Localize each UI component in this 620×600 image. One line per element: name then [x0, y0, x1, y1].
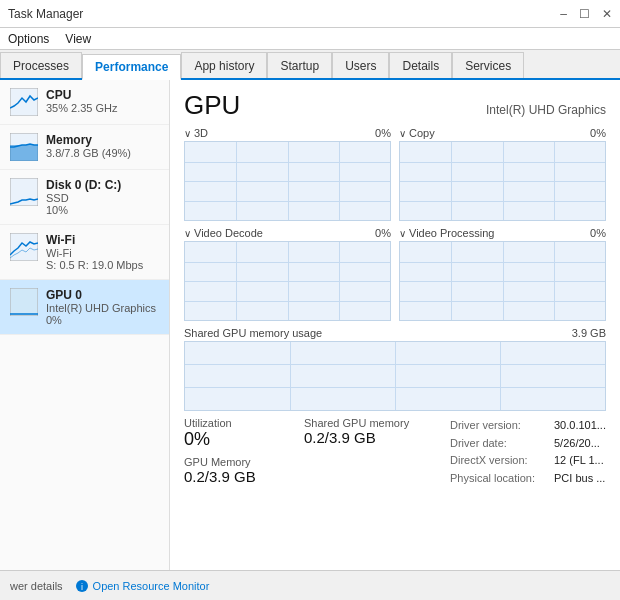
gpu-chart-copy: ∨ Copy 0%: [399, 127, 606, 221]
menu-bar: Options View: [0, 28, 620, 50]
gpu-info: GPU 0 Intel(R) UHD Graphics 0%: [46, 288, 159, 326]
svg-rect-4: [10, 233, 38, 261]
cpu-title: CPU: [46, 88, 159, 102]
cpu-info: CPU 35% 2.35 GHz: [46, 88, 159, 114]
bottom-bar: wer details i Open Resource Monitor: [0, 570, 620, 600]
sidebar: CPU 35% 2.35 GHz Memory 3.8/7.8 GB (49%): [0, 80, 170, 570]
chevron-icon-copy: ∨: [399, 128, 406, 139]
svg-rect-5: [10, 288, 38, 316]
gpu-panel: GPU Intel(R) UHD Graphics ∨ 3D 0%: [170, 80, 620, 570]
tab-processes[interactable]: Processes: [0, 52, 82, 78]
directx-value: 12 (FL 1...: [554, 452, 604, 470]
gpu-chart-icon: [10, 288, 38, 316]
directx-label: DirectX version:: [450, 452, 550, 470]
tab-details[interactable]: Details: [389, 52, 452, 78]
tab-app-history[interactable]: App history: [181, 52, 267, 78]
gpu-chart-vd-name: Video Decode: [194, 227, 263, 239]
gpu-chart-vd-value: 0%: [375, 227, 391, 239]
stats-and-driver: Utilization 0% Shared GPU memory 0.2/3.9…: [184, 417, 606, 487]
shared-mem-max: 3.9 GB: [572, 327, 606, 339]
wifi-name: Wi-Fi: [46, 247, 159, 259]
disk-chart-icon: [10, 178, 38, 206]
disk-info: Disk 0 (D: C:) SSD 10%: [46, 178, 159, 216]
gpu-mem-value: 0.2/3.9 GB: [184, 468, 440, 485]
gpu-chart-video-decode: ∨ Video Decode 0%: [184, 227, 391, 321]
gpu-chart-vd-label: ∨ Video Decode 0%: [184, 227, 391, 239]
sidebar-item-memory[interactable]: Memory 3.8/7.8 GB (49%): [0, 125, 169, 170]
grid-line: [236, 242, 237, 320]
svg-rect-3: [10, 178, 38, 206]
minimize-button[interactable]: –: [560, 7, 567, 21]
driver-version-value: 30.0.101...: [554, 417, 606, 435]
stats-section: Utilization 0% Shared GPU memory 0.2/3.9…: [184, 417, 440, 487]
tab-services[interactable]: Services: [452, 52, 524, 78]
title-bar: Task Manager – ☐ ✕: [0, 0, 620, 28]
sidebar-item-cpu[interactable]: CPU 35% 2.35 GHz: [0, 80, 169, 125]
gpu-chart-vp-value: 0%: [590, 227, 606, 239]
sidebar-item-wifi[interactable]: Wi-Fi Wi-Fi S: 0.5 R: 19.0 Mbps: [0, 225, 169, 280]
chart-grid: [400, 242, 605, 320]
tab-users[interactable]: Users: [332, 52, 389, 78]
disk-title: Disk 0 (D: C:): [46, 178, 159, 192]
shared-gpu-mem-label: Shared GPU memory: [304, 417, 409, 429]
gpu-usage-sub: 0%: [46, 314, 159, 326]
grid-line: [395, 342, 396, 410]
open-resource-monitor-link[interactable]: i Open Resource Monitor: [75, 579, 210, 593]
menu-view[interactable]: View: [65, 32, 91, 46]
utilization-value: 0%: [184, 429, 284, 450]
gpu-chart-copy-label: ∨ Copy 0%: [399, 127, 606, 139]
gpu-chart-vp-label: ∨ Video Processing 0%: [399, 227, 606, 239]
grid-line: [339, 142, 340, 220]
physical-location-value: PCI bus ...: [554, 470, 605, 488]
maximize-button[interactable]: ☐: [579, 7, 590, 21]
chevron-icon-vp: ∨: [399, 228, 406, 239]
shared-gpu-memory-stat: Shared GPU memory 0.2/3.9 GB: [304, 417, 409, 450]
main-content: CPU 35% 2.35 GHz Memory 3.8/7.8 GB (49%): [0, 80, 620, 570]
driver-date-label: Driver date:: [450, 435, 550, 453]
chevron-icon-3d: ∨: [184, 128, 191, 139]
physical-location-row: Physical location: PCI bus ...: [450, 470, 606, 488]
svg-text:i: i: [81, 582, 83, 592]
gpu-mem-label: GPU Memory: [184, 456, 440, 468]
grid-line: [554, 242, 555, 320]
gpu-title: GPU 0: [46, 288, 159, 302]
tab-performance[interactable]: Performance: [82, 54, 181, 80]
gpu-full-name: Intel(R) UHD Graphics: [486, 103, 606, 117]
shared-gpu-mem-value: 0.2/3.9 GB: [304, 429, 409, 446]
gpu-chart-vp-name: Video Processing: [409, 227, 494, 239]
gpu-name-sub: Intel(R) UHD Graphics: [46, 302, 159, 314]
memory-chart-icon: [10, 133, 38, 161]
disk-usage: 10%: [46, 204, 159, 216]
driver-info-section: Driver version: 30.0.101... Driver date:…: [450, 417, 606, 487]
sidebar-item-gpu[interactable]: GPU 0 Intel(R) UHD Graphics 0%: [0, 280, 169, 335]
disk-type: SSD: [46, 192, 159, 204]
gpu-header: GPU Intel(R) UHD Graphics: [184, 90, 606, 121]
cpu-usage: 35% 2.35 GHz: [46, 102, 159, 114]
gpu-charts-row-1: ∨ 3D 0%: [184, 127, 606, 221]
physical-location-label: Physical location:: [450, 470, 550, 488]
menu-options[interactable]: Options: [8, 32, 49, 46]
gpu-3d-chart-area: [184, 141, 391, 221]
chart-grid: [185, 142, 390, 220]
utilization-stat: Utilization 0%: [184, 417, 284, 450]
chart-grid: [400, 142, 605, 220]
close-button[interactable]: ✕: [602, 7, 612, 21]
driver-date-value: 5/26/20...: [554, 435, 600, 453]
grid-line: [503, 242, 504, 320]
chart-grid: [185, 342, 605, 410]
svg-rect-0: [10, 88, 38, 116]
grid-line: [290, 342, 291, 410]
grid-line: [236, 142, 237, 220]
wifi-title: Wi-Fi: [46, 233, 159, 247]
memory-usage: 3.8/7.8 GB (49%): [46, 147, 159, 159]
tab-startup[interactable]: Startup: [267, 52, 332, 78]
directx-row: DirectX version: 12 (FL 1...: [450, 452, 606, 470]
gpu-chart-video-processing: ∨ Video Processing 0%: [399, 227, 606, 321]
window-controls[interactable]: – ☐ ✕: [560, 7, 612, 21]
sidebar-item-disk[interactable]: Disk 0 (D: C:) SSD 10%: [0, 170, 169, 225]
gpu-memory-stat: GPU Memory 0.2/3.9 GB: [184, 456, 440, 485]
gpu-chart-3d-label: ∨ 3D 0%: [184, 127, 391, 139]
grid-line: [503, 142, 504, 220]
gpu-chart-copy-name: Copy: [409, 127, 435, 139]
gpu-chart-3d-name: 3D: [194, 127, 208, 139]
